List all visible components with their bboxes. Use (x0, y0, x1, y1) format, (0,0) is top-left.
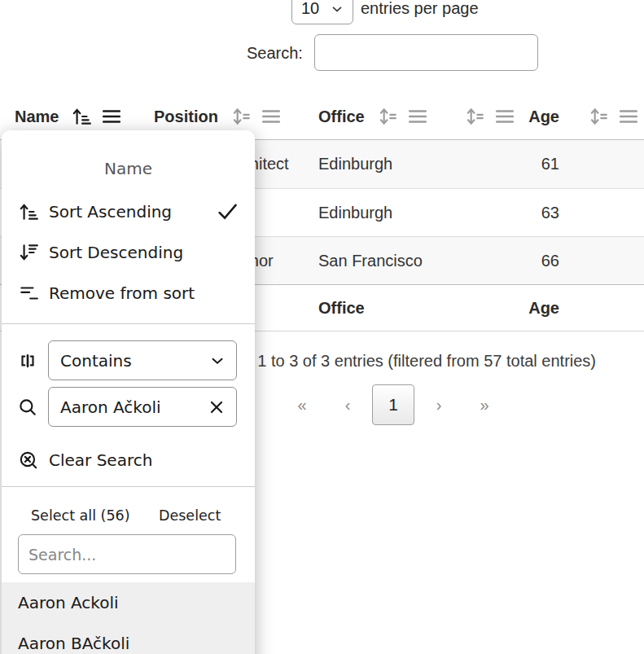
cell-start-date: 2011/07/25 (570, 204, 644, 222)
search-label: Search: (247, 42, 303, 64)
cell-office: Edinburgh (304, 204, 454, 222)
search-icon (17, 397, 38, 418)
column-menu-icon[interactable] (618, 106, 639, 127)
entries-per-page-label: entries per page (361, 0, 479, 18)
column-header-name: Name (0, 106, 139, 127)
divider (2, 486, 255, 487)
sort-icon[interactable] (588, 106, 609, 127)
menu-item-clear-search[interactable]: Clear Search (2, 440, 255, 481)
menu-item-label: Sort Descending (49, 243, 183, 262)
sort-descending-icon (18, 242, 39, 263)
column-title-office[interactable]: Office (318, 108, 365, 126)
menu-item-label: Clear Search (49, 450, 152, 470)
cell-office: Edinburgh (304, 155, 454, 173)
search-type-row: Contains (2, 340, 255, 380)
column-search-icon (17, 350, 38, 371)
menu-item-sort-descending[interactable]: Sort Descending (2, 232, 255, 273)
cell-start-date: 2011/04/25 (570, 155, 644, 173)
cell-age: 61 (454, 155, 570, 173)
chevron-down-icon (208, 352, 226, 370)
column-menu-icon[interactable] (101, 106, 122, 127)
column-header-start-date: Start date (570, 106, 644, 127)
page-length-select[interactable]: 10 (291, 0, 353, 24)
list-buttons-row: Select all (56) Deselect (2, 501, 255, 530)
pagination-next-button[interactable]: › (418, 384, 460, 425)
page-length-value: 10 (301, 0, 319, 18)
column-title-name[interactable]: Name (15, 108, 59, 126)
menu-item-sort-ascending[interactable]: Sort Ascending (2, 191, 255, 232)
footer-age: Age (454, 299, 570, 318)
column-title-age[interactable]: Age (528, 108, 559, 126)
value-list: Aaron Ackoli Aaron BAčkoli (2, 582, 255, 654)
list-item[interactable]: Aaron BAčkoli (2, 623, 255, 654)
sort-icon[interactable] (230, 106, 252, 127)
column-search-input[interactable]: Aaron Ačkoli (48, 387, 237, 427)
chevron-down-icon (329, 1, 345, 17)
menu-item-remove-from-sort[interactable]: Remove from sort (2, 273, 255, 314)
sort-icon[interactable] (464, 106, 485, 127)
menu-item-label: Remove from sort (49, 283, 195, 303)
pagination-first-button[interactable]: « (281, 384, 323, 425)
dropdown-column-title: Name (2, 157, 255, 180)
search-type-value: Contains (60, 351, 132, 371)
cell-age: 63 (454, 204, 570, 222)
pagination-previous-button[interactable]: ‹ (326, 384, 369, 425)
column-header-age: Age (454, 106, 570, 127)
select-all-button[interactable]: Select all (56) (31, 501, 129, 530)
cell-age: 66 (454, 252, 570, 270)
column-title-position[interactable]: Position (154, 108, 218, 126)
datatable-page: 10 entries per page Search: Name (0, 0, 644, 654)
menu-item-label: Sort Ascending (49, 202, 172, 222)
clear-input-icon[interactable] (207, 397, 226, 417)
cell-office: San Francisco (304, 252, 454, 270)
sort-ascending-icon (18, 201, 39, 222)
column-search-value: Aaron Ačkoli (60, 397, 161, 417)
column-control-dropdown: Name Sort Ascending Sort Descending (2, 130, 255, 654)
pagination-last-button[interactable]: » (463, 384, 506, 425)
footer-start-date: Start date (570, 299, 644, 318)
list-item[interactable]: Aaron Ackoli (2, 582, 255, 623)
column-header-position: Position (139, 106, 304, 127)
pagination-page-1-button[interactable]: 1 (372, 384, 414, 425)
checkmark-icon (216, 200, 239, 223)
column-search-row: Aaron Ačkoli (2, 387, 255, 427)
global-search-input[interactable] (314, 34, 538, 71)
column-header-office: Office (304, 106, 454, 127)
cell-start-date: 2009/01/12 (570, 252, 644, 270)
sort-icon[interactable] (377, 106, 398, 127)
sort-ascending-icon[interactable] (71, 106, 92, 127)
deselect-button[interactable]: Deselect (159, 501, 221, 530)
footer-office: Office (304, 299, 454, 318)
remove-sort-icon (18, 283, 39, 304)
clear-search-icon (18, 450, 39, 471)
search-type-select[interactable]: Contains (48, 340, 237, 380)
value-list-search-input[interactable] (18, 534, 236, 574)
column-menu-icon[interactable] (261, 106, 282, 127)
column-menu-icon[interactable] (494, 106, 515, 127)
divider (2, 323, 255, 324)
column-menu-icon[interactable] (407, 106, 428, 127)
